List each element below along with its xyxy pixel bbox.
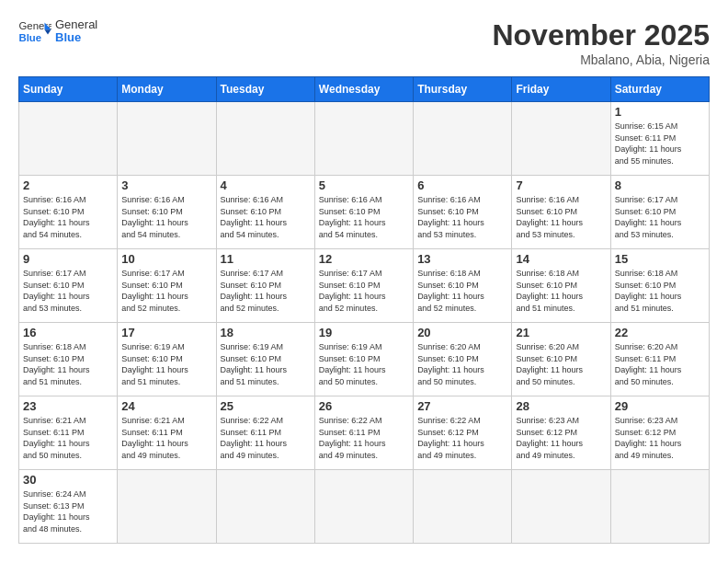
logo-blue: Blue [55, 31, 97, 44]
svg-text:Blue: Blue [19, 32, 42, 43]
day-number: 23 [23, 399, 113, 413]
calendar-cell: 5Sunrise: 6:16 AM Sunset: 6:10 PM Daylig… [314, 176, 413, 249]
calendar-cell: 1Sunrise: 6:15 AM Sunset: 6:11 PM Daylig… [610, 102, 709, 176]
day-info: Sunrise: 6:19 AM Sunset: 6:10 PM Dayligh… [319, 341, 409, 387]
calendar-cell: 19Sunrise: 6:19 AM Sunset: 6:10 PM Dayli… [314, 323, 413, 396]
day-info: Sunrise: 6:18 AM Sunset: 6:10 PM Dayligh… [417, 268, 507, 314]
calendar-cell: 23Sunrise: 6:21 AM Sunset: 6:11 PM Dayli… [19, 396, 118, 470]
day-number: 21 [516, 326, 606, 339]
page-header: General Blue General Blue November 2025 … [18, 18, 710, 67]
day-number: 19 [319, 326, 409, 339]
calendar-cell: 16Sunrise: 6:18 AM Sunset: 6:10 PM Dayli… [19, 323, 118, 396]
calendar-cell [414, 470, 512, 544]
day-number: 28 [516, 399, 606, 413]
calendar-cell: 20Sunrise: 6:20 AM Sunset: 6:10 PM Dayli… [414, 323, 512, 396]
calendar-cell [314, 470, 413, 544]
day-number: 4 [221, 178, 311, 192]
calendar-cell: 18Sunrise: 6:19 AM Sunset: 6:10 PM Dayli… [216, 323, 314, 396]
calendar-cell: 9Sunrise: 6:17 AM Sunset: 6:10 PM Daylig… [19, 249, 118, 323]
calendar-cell: 13Sunrise: 6:18 AM Sunset: 6:10 PM Dayli… [414, 249, 512, 323]
calendar-cell [216, 102, 314, 176]
day-number: 20 [417, 326, 507, 339]
calendar-cell: 30Sunrise: 6:24 AM Sunset: 6:13 PM Dayli… [19, 470, 118, 544]
day-info: Sunrise: 6:18 AM Sunset: 6:10 PM Dayligh… [23, 341, 113, 387]
day-info: Sunrise: 6:22 AM Sunset: 6:11 PM Dayligh… [319, 415, 409, 461]
calendar-cell [512, 102, 610, 176]
day-number: 1 [615, 105, 705, 119]
day-info: Sunrise: 6:17 AM Sunset: 6:10 PM Dayligh… [319, 268, 409, 314]
calendar-cell: 21Sunrise: 6:20 AM Sunset: 6:10 PM Dayli… [512, 323, 610, 396]
day-info: Sunrise: 6:24 AM Sunset: 6:13 PM Dayligh… [23, 488, 113, 534]
calendar-cell: 15Sunrise: 6:18 AM Sunset: 6:10 PM Dayli… [610, 249, 709, 323]
weekday-header-wednesday: Wednesday [314, 77, 413, 102]
day-info: Sunrise: 6:21 AM Sunset: 6:11 PM Dayligh… [23, 415, 113, 461]
day-info: Sunrise: 6:16 AM Sunset: 6:10 PM Dayligh… [516, 194, 606, 240]
day-info: Sunrise: 6:20 AM Sunset: 6:10 PM Dayligh… [516, 341, 606, 387]
svg-marker-3 [45, 30, 51, 35]
day-info: Sunrise: 6:23 AM Sunset: 6:12 PM Dayligh… [615, 415, 705, 461]
day-info: Sunrise: 6:17 AM Sunset: 6:10 PM Dayligh… [121, 268, 211, 314]
calendar-cell: 22Sunrise: 6:20 AM Sunset: 6:11 PM Dayli… [610, 323, 709, 396]
calendar-cell [19, 102, 118, 176]
day-number: 6 [417, 178, 507, 192]
day-number: 8 [615, 178, 705, 192]
day-number: 3 [121, 178, 211, 192]
day-info: Sunrise: 6:16 AM Sunset: 6:10 PM Dayligh… [23, 194, 113, 240]
day-number: 15 [615, 252, 705, 266]
day-info: Sunrise: 6:21 AM Sunset: 6:11 PM Dayligh… [121, 415, 211, 461]
day-number: 27 [417, 399, 507, 413]
calendar-cell [512, 470, 610, 544]
day-number: 12 [319, 252, 409, 266]
calendar-cell [314, 102, 413, 176]
logo: General Blue General Blue [18, 18, 97, 45]
day-info: Sunrise: 6:19 AM Sunset: 6:10 PM Dayligh… [121, 341, 211, 387]
calendar-cell: 27Sunrise: 6:22 AM Sunset: 6:12 PM Dayli… [414, 396, 512, 470]
day-number: 10 [121, 252, 211, 266]
calendar-cell [118, 470, 216, 544]
location: Mbalano, Abia, Nigeria [492, 52, 710, 67]
weekday-header-row: SundayMondayTuesdayWednesdayThursdayFrid… [19, 77, 710, 102]
week-row-4: 16Sunrise: 6:18 AM Sunset: 6:10 PM Dayli… [19, 323, 710, 396]
day-info: Sunrise: 6:23 AM Sunset: 6:12 PM Dayligh… [516, 415, 606, 461]
day-number: 25 [221, 399, 311, 413]
day-info: Sunrise: 6:16 AM Sunset: 6:10 PM Dayligh… [417, 194, 507, 240]
day-info: Sunrise: 6:16 AM Sunset: 6:10 PM Dayligh… [319, 194, 409, 240]
day-number: 2 [23, 178, 113, 192]
day-info: Sunrise: 6:20 AM Sunset: 6:10 PM Dayligh… [417, 341, 507, 387]
day-info: Sunrise: 6:19 AM Sunset: 6:10 PM Dayligh… [221, 341, 311, 387]
day-number: 18 [221, 326, 311, 339]
day-info: Sunrise: 6:18 AM Sunset: 6:10 PM Dayligh… [516, 268, 606, 314]
day-info: Sunrise: 6:16 AM Sunset: 6:10 PM Dayligh… [121, 194, 211, 240]
logo-general: General [55, 18, 97, 31]
day-number: 7 [516, 178, 606, 192]
logo-icon: General Blue [18, 18, 51, 44]
day-number: 9 [23, 252, 113, 266]
calendar-cell: 17Sunrise: 6:19 AM Sunset: 6:10 PM Dayli… [118, 323, 216, 396]
day-number: 16 [23, 326, 113, 339]
calendar-cell: 10Sunrise: 6:17 AM Sunset: 6:10 PM Dayli… [118, 249, 216, 323]
day-number: 24 [121, 399, 211, 413]
day-number: 30 [23, 473, 113, 487]
week-row-5: 23Sunrise: 6:21 AM Sunset: 6:11 PM Dayli… [19, 396, 710, 470]
calendar-cell: 2Sunrise: 6:16 AM Sunset: 6:10 PM Daylig… [19, 176, 118, 249]
day-number: 11 [221, 252, 311, 266]
calendar-cell [118, 102, 216, 176]
day-info: Sunrise: 6:20 AM Sunset: 6:11 PM Dayligh… [615, 341, 705, 387]
calendar-cell [414, 102, 512, 176]
day-number: 17 [121, 326, 211, 339]
week-row-6: 30Sunrise: 6:24 AM Sunset: 6:13 PM Dayli… [19, 470, 710, 544]
day-info: Sunrise: 6:22 AM Sunset: 6:12 PM Dayligh… [417, 415, 507, 461]
day-number: 22 [615, 326, 705, 339]
day-info: Sunrise: 6:17 AM Sunset: 6:10 PM Dayligh… [23, 268, 113, 314]
calendar-cell: 4Sunrise: 6:16 AM Sunset: 6:10 PM Daylig… [216, 176, 314, 249]
calendar-cell: 14Sunrise: 6:18 AM Sunset: 6:10 PM Dayli… [512, 249, 610, 323]
calendar-cell: 12Sunrise: 6:17 AM Sunset: 6:10 PM Dayli… [314, 249, 413, 323]
month-title: November 2025 [492, 18, 710, 52]
day-info: Sunrise: 6:22 AM Sunset: 6:11 PM Dayligh… [221, 415, 311, 461]
calendar-cell [610, 470, 709, 544]
week-row-3: 9Sunrise: 6:17 AM Sunset: 6:10 PM Daylig… [19, 249, 710, 323]
weekday-header-monday: Monday [118, 77, 216, 102]
weekday-header-tuesday: Tuesday [216, 77, 314, 102]
weekday-header-friday: Friday [512, 77, 610, 102]
day-number: 26 [319, 399, 409, 413]
